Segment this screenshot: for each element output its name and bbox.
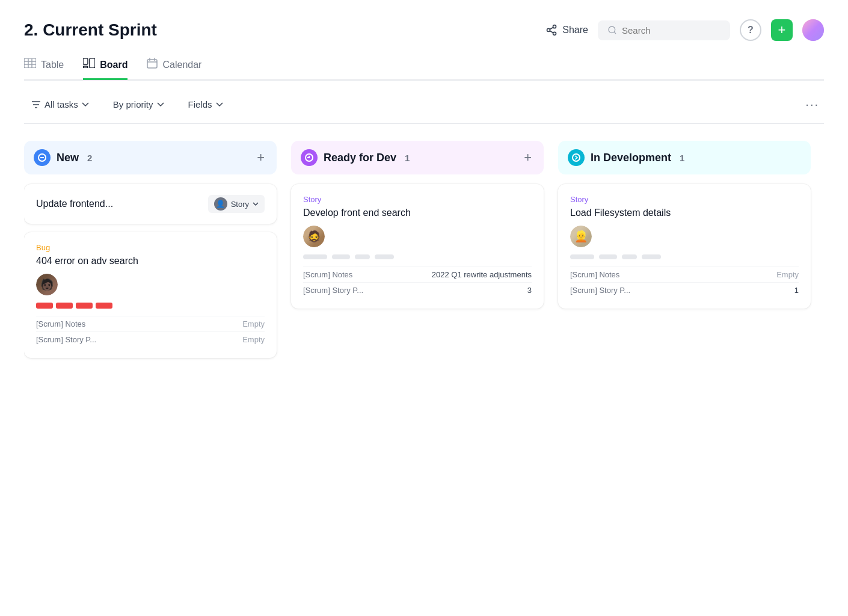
- column-indev: In Development 1 Story Load Filesystem d…: [558, 141, 811, 317]
- svg-rect-15: [147, 60, 157, 68]
- field-fs-story-label: [Scrum] Story P...: [570, 286, 630, 295]
- loading-bar-1: [303, 254, 327, 259]
- share-label: Share: [562, 25, 588, 35]
- card-fields-indev: [Scrum] Notes Empty [Scrum] Story P... 1: [570, 266, 799, 298]
- tab-table[interactable]: Table: [24, 58, 64, 80]
- field-notes-label: [Scrum] Notes: [303, 270, 352, 279]
- svg-rect-13: [90, 58, 95, 68]
- column-new-title: New: [57, 152, 79, 164]
- loading-bar-8: [642, 254, 661, 259]
- svg-line-3: [550, 31, 553, 32]
- priority-bar-4: [96, 303, 112, 309]
- field-fs-notes-label: [Scrum] Notes: [570, 270, 619, 279]
- field-row-story: [Scrum] Story P... 3: [303, 282, 532, 298]
- loading-bars-1: [303, 254, 532, 259]
- card-bug-label: Bug: [36, 243, 265, 252]
- column-new-header: New 2 +: [24, 141, 277, 174]
- field-story-label: [Scrum] Story P...: [303, 286, 363, 295]
- card-filesystem-label: Story: [570, 195, 799, 204]
- avatar-man1-img: 🧔: [303, 226, 325, 247]
- svg-rect-7: [24, 58, 36, 68]
- tab-calendar[interactable]: Calendar: [147, 58, 201, 81]
- tab-board[interactable]: Board: [83, 58, 128, 80]
- svg-point-2: [553, 32, 556, 35]
- card-404-title: 404 error on adv search: [36, 256, 265, 266]
- chevron-down-icon-2: [157, 102, 164, 107]
- card-update-frontend: Update frontend... 👤 Story: [24, 184, 277, 224]
- card-story-label: Story: [303, 195, 532, 204]
- field-label-2: [Scrum] Story P...: [36, 335, 96, 344]
- tab-bar: Table Board Calendar: [24, 58, 824, 81]
- kanban-board: New 2 + Update frontend... 👤 Story Bug 4…: [24, 141, 824, 366]
- by-priority-label: By priority: [113, 99, 153, 109]
- loading-bar-4: [375, 254, 394, 259]
- field-value-2: Empty: [242, 335, 265, 344]
- card-develop-search: Story Develop front end search 🧔 [Scrum]…: [291, 184, 544, 309]
- priority-bar-1: [36, 303, 53, 309]
- card-filesystem: Story Load Filesystem details 👱 [Scrum] …: [558, 184, 811, 309]
- fields-label: Fields: [188, 99, 212, 109]
- card-404-error: Bug 404 error on adv search 🧑🏿 [Scrum] N…: [24, 232, 277, 358]
- avatar-man2-img: 👱: [570, 226, 592, 247]
- more-options-button[interactable]: ···: [800, 95, 824, 114]
- svg-point-21: [573, 154, 580, 161]
- column-ready-title: Ready for Dev: [324, 152, 396, 164]
- loading-bar-5: [570, 254, 594, 259]
- help-label: ?: [748, 25, 754, 35]
- card-search-title: Develop front end search: [303, 208, 532, 218]
- loading-bar-6: [599, 254, 617, 259]
- card-filesystem-title: Load Filesystem details: [570, 208, 799, 218]
- svg-line-4: [550, 27, 553, 29]
- loading-bars-2: [570, 254, 799, 259]
- tab-board-label: Board: [100, 60, 128, 70]
- svg-point-1: [547, 29, 550, 32]
- loading-bar-2: [332, 254, 350, 259]
- svg-rect-14: [83, 66, 88, 68]
- story-badge[interactable]: 👤 Story: [208, 195, 265, 213]
- search-bar[interactable]: [598, 20, 730, 40]
- chevron-down-icon-3: [216, 102, 223, 107]
- column-indev-count: 1: [680, 153, 684, 163]
- svg-point-5: [609, 26, 615, 33]
- field-label-1: [Scrum] Notes: [36, 319, 85, 328]
- field-value-1: Empty: [242, 319, 265, 328]
- loading-bar-7: [622, 254, 637, 259]
- filter-icon: [31, 100, 41, 109]
- user-icon: 👤: [214, 197, 227, 211]
- card-avatar-dark: 🧑🏿: [36, 274, 58, 295]
- indev-status-icon: [568, 149, 585, 166]
- priority-bars: [36, 303, 265, 309]
- more-icon: ···: [805, 97, 819, 111]
- search-input[interactable]: [622, 25, 718, 35]
- story-label: Story: [231, 200, 249, 209]
- column-ready-add-button[interactable]: +: [521, 150, 534, 165]
- card-meta: Update frontend... 👤 Story: [36, 195, 265, 213]
- board-icon: [83, 58, 95, 71]
- svg-point-0: [553, 25, 556, 28]
- share-button[interactable]: Share: [545, 24, 588, 36]
- card-title: Update frontend...: [36, 199, 203, 209]
- all-tasks-filter[interactable]: All tasks: [24, 96, 96, 113]
- filter-bar: All tasks By priority Fields ···: [24, 95, 824, 124]
- field-notes-value: 2022 Q1 rewrite adjustments: [432, 270, 532, 279]
- field-row-fs-story: [Scrum] Story P... 1: [570, 282, 799, 298]
- svg-rect-12: [83, 58, 88, 64]
- all-tasks-label: All tasks: [45, 99, 78, 109]
- card-avatar-man1: 🧔: [303, 226, 325, 247]
- fields-filter[interactable]: Fields: [181, 96, 230, 113]
- column-indev-header: In Development 1: [558, 141, 811, 174]
- field-fs-notes-value: Empty: [776, 270, 799, 279]
- by-priority-filter[interactable]: By priority: [106, 96, 171, 113]
- avatar-image: [802, 19, 824, 41]
- field-row-notes: [Scrum] Notes 2022 Q1 rewrite adjustment…: [303, 266, 532, 282]
- column-ready: Ready for Dev 1 + Story Develop front en…: [291, 141, 544, 317]
- loading-bar-3: [355, 254, 370, 259]
- help-button[interactable]: ?: [740, 19, 761, 41]
- ready-status-icon: [301, 149, 318, 166]
- add-button[interactable]: +: [771, 19, 793, 41]
- field-row-fs-notes: [Scrum] Notes Empty: [570, 266, 799, 282]
- calendar-icon: [147, 58, 158, 72]
- field-story-value: 3: [527, 286, 532, 295]
- column-new-add-button[interactable]: +: [254, 150, 267, 165]
- avatar[interactable]: [802, 19, 824, 41]
